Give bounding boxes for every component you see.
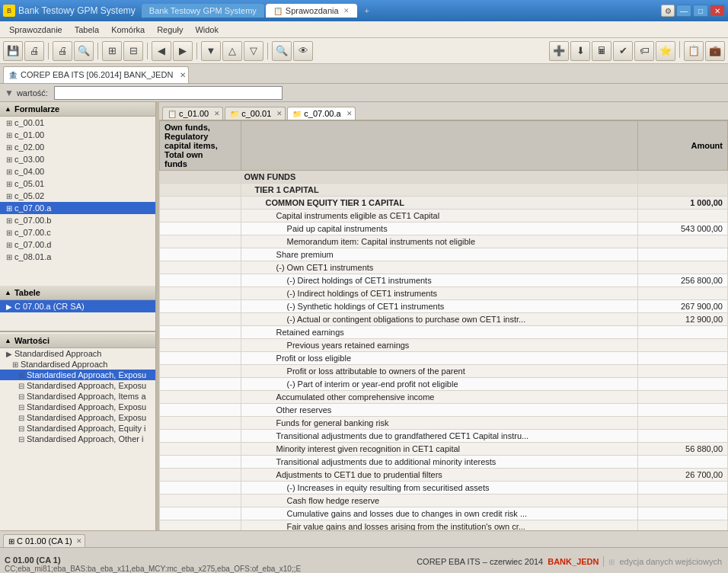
binoculars-btn[interactable]: 🔍 [272, 41, 292, 61]
tab-active-sprawozdania[interactable]: 📋 Sprawozdania ✕ [266, 4, 357, 18]
wartosci-item-label: Standardised Approach, Exposu [27, 370, 146, 379]
maximize-button[interactable]: □ [693, 5, 708, 17]
wartosci-root[interactable]: ▶ Standardised Approach [0, 348, 155, 359]
tree-item-c08_01a[interactable]: ⊞ c_08.01.a [0, 251, 155, 263]
menu-komorka[interactable]: Komórka [105, 24, 151, 36]
wartosci-item-equity[interactable]: ⊟ Standardised Approach, Equity i [0, 423, 155, 434]
wartosci-item-other[interactable]: ⊟ Standardised Approach, Other i [0, 434, 155, 444]
table-cell-label: Other reserves [241, 404, 637, 417]
toolbar-sep-4 [196, 43, 197, 59]
tree-item-c00_01[interactable]: ⊞ c_00.01 [0, 117, 155, 129]
wartosci-item-exp3[interactable]: ⊟ Standardised Approach, Exposu [0, 402, 155, 412]
chevron-right-icon: ▶ [6, 303, 12, 311]
grid-icon: ⊟ [18, 403, 24, 411]
table-cell-amount [637, 261, 727, 274]
tree-item-c07_00d[interactable]: ⊞ c_07.00.d [0, 238, 155, 251]
tree-item-c07_00c[interactable]: ⊞ c_07.00.c [0, 226, 155, 238]
table-cell-label: Cumulative gains and losses due to chang… [241, 507, 637, 520]
save-button[interactable]: 💾 [3, 41, 23, 61]
table-cell-label: Adjustments to CET1 due to prudential fi… [241, 469, 637, 482]
wartosci-item-1[interactable]: ⊞ Standardised Approach [0, 359, 155, 370]
toolbar-sep-2 [97, 43, 98, 59]
tree-item-c07_00b[interactable]: ⊞ c_07.00.b [0, 214, 155, 226]
data-tab-c07_00a[interactable]: 📁 c_07.00.a ✕ [287, 107, 355, 120]
up-btn[interactable]: △ [222, 41, 242, 61]
tabele-item-c0700a[interactable]: ▶ C 07.00.a (CR SA) [0, 300, 155, 312]
briefcase-btn[interactable]: 💼 [705, 41, 725, 61]
bottom-tab-close[interactable]: ✕ [76, 537, 82, 545]
copy-btn[interactable]: ⊟ [123, 41, 143, 61]
wartosci-item-items[interactable]: ⊟ Standardised Approach, Items a [0, 391, 155, 402]
check-btn[interactable]: ✔ [613, 41, 633, 61]
doc-tab-label: COREP EBA ITS [06.2014] BANK_JEDN [21, 70, 173, 79]
wartosci-header: ▲ Wartości [0, 334, 155, 348]
table-cell-amount: 12 900,00 [637, 313, 727, 326]
wartosci-item-exp4[interactable]: ⊟ Standardised Approach, Exposu [0, 412, 155, 423]
grid-btn[interactable]: ⊞ [102, 41, 122, 61]
table-row: Minority interest given recognition in C… [160, 443, 728, 456]
tab-inactive-main[interactable]: Bank Testowy GPM Systemy [142, 4, 264, 18]
tree-item-c03_00[interactable]: ⊞ c_03.00 [0, 153, 155, 165]
table-cell-label: Transitional adjustments due to addition… [241, 456, 637, 469]
eye-btn[interactable]: 👁 [293, 41, 313, 61]
print-button[interactable]: 🖨 [24, 41, 44, 61]
table-row: Other reserves [160, 404, 728, 417]
tree-item-c07_00a[interactable]: ⊞ c_07.00.a [0, 202, 155, 214]
forward-btn[interactable]: ▶ [173, 41, 193, 61]
table-cell-label: COMMON EQUITY TIER 1 CAPITAL [241, 197, 637, 210]
table-cell-amount [637, 365, 727, 378]
value-input[interactable] [54, 86, 283, 100]
data-tab-close[interactable]: ✕ [214, 110, 220, 117]
add-btn[interactable]: ➕ [549, 41, 569, 61]
table-cell-amount [637, 378, 727, 391]
menu-sprawozdanie[interactable]: Sprawozdanie [3, 24, 69, 36]
table-cell-amount: 1 000,00 [637, 197, 727, 210]
grid-icon: ⊞ [6, 168, 12, 176]
doc-tab-close[interactable]: ✕ [180, 71, 186, 79]
down-btn[interactable]: ▽ [244, 41, 263, 61]
menu-tabela[interactable]: Tabela [69, 24, 105, 36]
wartosci-item-exp2[interactable]: ⊟ Standardised Approach, Exposu [0, 380, 155, 391]
clip-btn[interactable]: 📋 [684, 41, 704, 61]
table-header-row: Own funds,Regulatorycapital items,Total … [160, 121, 728, 171]
table-cell-amount [637, 495, 727, 507]
tab-close-icon[interactable]: ✕ [343, 7, 350, 14]
tab-add-button[interactable]: + [359, 4, 375, 18]
doc-tab-corep[interactable]: 🏦 COREP EBA ITS [06.2014] BANK_JEDN ✕ [3, 66, 189, 83]
search-btn[interactable]: 🔍 [74, 41, 94, 61]
back-btn[interactable]: ◀ [152, 41, 171, 61]
wartosci-item-exp[interactable]: ⊞ Standardised Approach, Exposu [0, 370, 155, 380]
calc-btn[interactable]: 🖩 [592, 41, 611, 61]
minimize-button[interactable]: — [676, 5, 691, 17]
data-tab-c01_00[interactable]: 📋 c_01.00 ✕ [162, 107, 223, 120]
tag-btn[interactable]: 🏷 [634, 41, 654, 61]
menu-widok[interactable]: Widok [189, 24, 225, 36]
statusbar-edition: edycja danych wejściowych [619, 557, 722, 566]
data-tab-icon: 📁 [230, 110, 239, 118]
tree-item-c05_01[interactable]: ⊞ c_05.01 [0, 178, 155, 190]
star-btn[interactable]: ⭐ [656, 41, 675, 61]
tree-item-c05_02[interactable]: ⊞ c_05.02 [0, 190, 155, 202]
table-cell-label: Accumulated other comprehensive income [241, 391, 637, 404]
tabele-tree: ▶ C 07.00.a (CR SA) [0, 300, 155, 331]
data-tab-c00_01[interactable]: 📁 c_00.01 ✕ [225, 107, 286, 120]
data-tab-close[interactable]: ✕ [276, 110, 283, 117]
tree-item-c02_00[interactable]: ⊞ c_02.00 [0, 141, 155, 153]
tree-item-c04_00[interactable]: ⊞ c_04.00 [0, 165, 155, 178]
close-button[interactable]: ✕ [710, 5, 725, 17]
filter-btn[interactable]: ▼ [201, 41, 221, 61]
table-cell-ownfunds [160, 274, 241, 287]
settings-icon-btn[interactable]: ⚙ [661, 5, 675, 17]
formularze-expand-icon[interactable]: ▲ [5, 105, 11, 113]
tree-item-c01_00[interactable]: ⊞ c_01.00 [0, 129, 155, 141]
bottom-tab-c01[interactable]: ⊞ C 01.00 (CA 1) ✕ [3, 534, 85, 547]
menu-reguly[interactable]: Reguły [151, 24, 189, 36]
wartosci-expand-icon[interactable]: ▲ [5, 337, 11, 344]
printer-btn[interactable]: 🖨 [53, 41, 72, 61]
table-cell-label: (-) Synthetic holdings of CET1 instrumen… [241, 300, 637, 313]
tabele-expand-icon[interactable]: ▲ [5, 289, 11, 296]
data-tab-label: c_00.01 [241, 109, 271, 118]
download-btn[interactable]: ⬇ [570, 41, 590, 61]
data-tab-close[interactable]: ✕ [346, 110, 353, 117]
data-table-wrapper[interactable]: Own funds,Regulatorycapital items,Total … [159, 120, 728, 530]
